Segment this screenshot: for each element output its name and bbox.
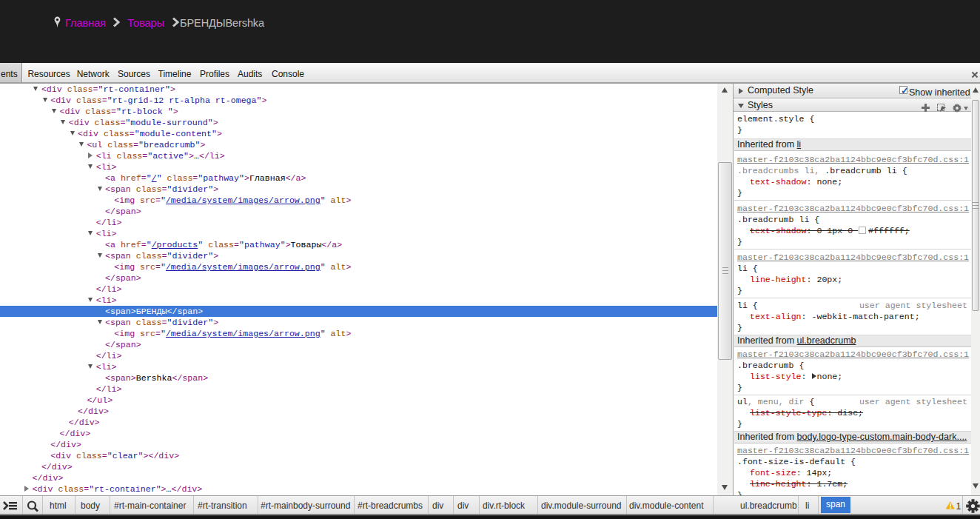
- svg-text:1: 1: [956, 501, 961, 512]
